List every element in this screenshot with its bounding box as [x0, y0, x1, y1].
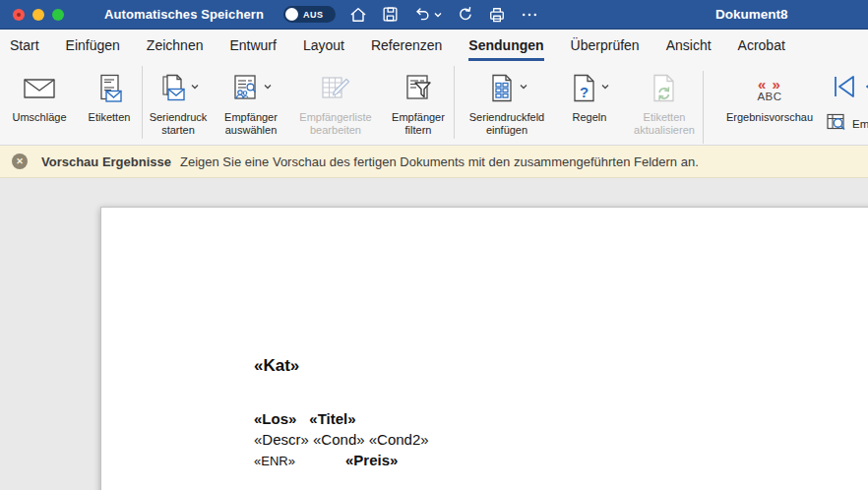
- merge-field-los[interactable]: «Los»: [254, 410, 296, 427]
- find-recipient-icon: [827, 113, 847, 136]
- merge-field-line-3: «ENR»«Preis»: [254, 450, 429, 471]
- more-actions-icon[interactable]: [520, 5, 539, 25]
- select-recipients-icon: [231, 74, 261, 107]
- update-labels-icon: [651, 74, 678, 107]
- message-bar-text: Zeigen Sie eine Vorschau des fertigen Do…: [180, 154, 699, 169]
- filter-recipients-icon: [403, 74, 433, 107]
- empfaengerliste-bearbeiten-button: Empfängerliste bearbeiten: [288, 61, 383, 137]
- preview-results-icon: « » ABC: [757, 78, 781, 103]
- chevron-down-icon: [520, 76, 527, 93]
- edit-recipient-list-icon: [320, 74, 351, 107]
- merge-field-preis[interactable]: «Preis»: [345, 452, 398, 468]
- insert-merge-field-icon: [487, 74, 517, 107]
- empfaenger-suchen-button[interactable]: Em: [827, 113, 868, 136]
- close-window-button[interactable]: [13, 9, 25, 21]
- minimize-window-button[interactable]: [32, 9, 44, 21]
- tab-sendungen[interactable]: Sendungen: [468, 30, 543, 61]
- autosave-label: Automatisches Speichern: [104, 7, 264, 22]
- etiketten-button[interactable]: Etiketten: [77, 61, 142, 124]
- tab-layout[interactable]: Layout: [303, 30, 344, 61]
- empfaenger-auswaehlen-button[interactable]: Empfänger auswählen: [214, 61, 288, 137]
- tab-ueberpruefen[interactable]: Überprüfen: [571, 30, 640, 61]
- autosave-state: AUS: [303, 10, 324, 20]
- document-page[interactable]: «Kat» «Los»«Titel» «Descr» «Cond» «Cond2…: [100, 207, 868, 490]
- toggle-knob: [285, 8, 298, 21]
- chevron-down-icon: [264, 76, 272, 93]
- envelope-icon: [23, 77, 56, 104]
- dismiss-icon[interactable]: [12, 153, 28, 169]
- empfaenger-filtern-button[interactable]: Empfänger filtern: [383, 61, 454, 137]
- tab-einfuegen[interactable]: Einfügen: [66, 30, 120, 61]
- message-bar: Vorschau Ergebnisse Zeigen Sie eine Vors…: [0, 146, 868, 178]
- merge-field-descr[interactable]: «Descr» «Cond» «Cond2»: [254, 431, 429, 448]
- regeln-button[interactable]: ? Regeln: [559, 61, 620, 124]
- chevron-down-icon: [601, 76, 609, 93]
- title-bar: Automatisches Speichern AUS: [0, 0, 868, 30]
- seriendruckfeld-einfuegen-button[interactable]: Seriendruckfeld einfügen: [455, 61, 559, 137]
- document-canvas[interactable]: «Kat» «Los»«Titel» «Descr» «Cond» «Cond2…: [0, 178, 868, 490]
- tab-start[interactable]: Start: [10, 30, 39, 61]
- merge-field-line-2: «Descr» «Cond» «Cond2»: [254, 429, 429, 450]
- undo-icon[interactable]: [412, 5, 431, 24]
- group-felder: Seriendruckfeld einfügen ? Regeln: [455, 61, 709, 137]
- umschlaege-button[interactable]: Umschläge: [2, 61, 77, 124]
- tab-zeichnen[interactable]: Zeichnen: [147, 30, 204, 61]
- etiketten-aktualisieren-button: Etiketten aktualisieren: [620, 61, 709, 137]
- window-controls: [13, 9, 64, 21]
- zoom-window-button[interactable]: [52, 9, 64, 21]
- ribbon-tab-bar: Start Einfügen Zeichnen Entwurf Layout R…: [0, 30, 868, 61]
- message-bar-title: Vorschau Ergebnisse: [41, 154, 171, 169]
- chevron-down-icon: [191, 76, 199, 93]
- start-mail-merge-icon: [158, 74, 188, 107]
- group-separator: [703, 71, 704, 144]
- rules-icon: ?: [571, 74, 598, 107]
- merge-field-enr[interactable]: «ENR»: [254, 451, 345, 471]
- previous-record-button[interactable]: [859, 74, 868, 103]
- undo-menu-chevron-icon[interactable]: [434, 12, 442, 18]
- merge-field-titel[interactable]: «Titel»: [309, 410, 355, 427]
- home-icon[interactable]: [348, 5, 368, 25]
- svg-text:?: ?: [580, 84, 589, 100]
- group-seriendruck: Seriendruck starten: [143, 61, 454, 137]
- merge-field-line-1: «Los»«Titel»: [254, 408, 429, 429]
- merge-fields-content: «Kat» «Los»«Titel» «Descr» «Cond» «Cond2…: [254, 356, 429, 471]
- merge-field-kat[interactable]: «Kat»: [254, 356, 429, 376]
- tab-referenzen[interactable]: Referenzen: [371, 30, 442, 61]
- labels-icon: [94, 74, 124, 107]
- ergebnisvorschau-button[interactable]: « » ABC Ergebnisvorschau: [714, 61, 825, 124]
- redo-icon[interactable]: [455, 5, 474, 25]
- save-icon[interactable]: [381, 5, 400, 24]
- group-erstellen: Umschläge Etiketten: [2, 61, 142, 124]
- seriendruck-starten-button[interactable]: Seriendruck starten: [143, 61, 214, 137]
- ribbon: Umschläge Etiketten: [0, 61, 868, 146]
- tab-ansicht[interactable]: Ansicht: [666, 30, 712, 61]
- tab-acrobat[interactable]: Acrobat: [738, 30, 785, 61]
- document-title: Dokument8: [715, 7, 788, 22]
- autosave-toggle[interactable]: AUS: [283, 6, 336, 23]
- print-icon[interactable]: [487, 5, 507, 25]
- tab-entwurf[interactable]: Entwurf: [229, 30, 276, 61]
- first-record-button[interactable]: [832, 74, 857, 103]
